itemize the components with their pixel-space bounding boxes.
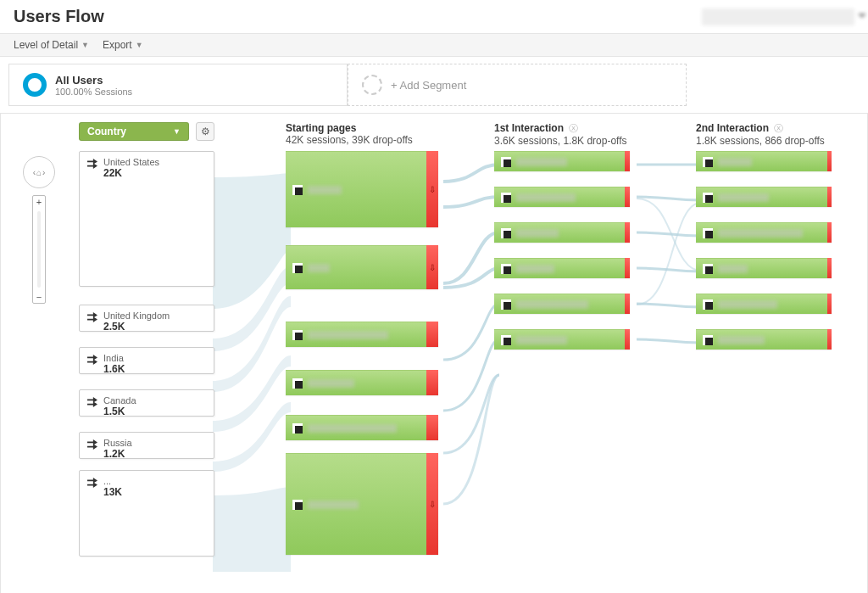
column-sub: 1.8K sessions, 866 drop-offs [696, 135, 825, 147]
page-icon [703, 335, 713, 345]
nav-controls: ‹ ⌂ › + − [23, 156, 55, 304]
source-value: 13K [86, 486, 207, 498]
export-dropdown[interactable]: Export ▼ [103, 39, 143, 51]
page-node[interactable] [696, 187, 832, 207]
page-icon [292, 500, 303, 510]
page-label-blur [516, 336, 567, 344]
remove-column-icon[interactable]: ⓧ [569, 123, 578, 133]
page-node[interactable] [494, 187, 630, 207]
export-label: Export [103, 39, 132, 51]
page-label-blur [516, 229, 559, 238]
source-node[interactable]: Canada 1.5K [79, 389, 214, 417]
page-node[interactable]: ⇩ [286, 151, 438, 227]
remove-column-icon[interactable]: ⓧ [774, 123, 783, 133]
level-of-detail-label: Level of Detail [14, 39, 78, 51]
segments-row: All Users 100.00% Sessions + Add Segment [0, 57, 868, 114]
column-title: 2nd Interaction [696, 122, 769, 134]
page-label-blur [516, 265, 554, 273]
add-segment-button[interactable]: + Add Segment [348, 64, 687, 106]
source-node[interactable]: India 1.6K [79, 347, 214, 374]
page-node[interactable] [494, 329, 630, 350]
flow-canvas[interactable]: ‹ ⌂ › + − Country ▼ ⚙ Starting pages 42K… [0, 114, 868, 593]
home-button[interactable]: ‹ ⌂ › [23, 156, 55, 188]
source-node[interactable]: United Kingdom 2.5K [79, 305, 214, 332]
page-icon [501, 264, 511, 274]
source-value: 22K [86, 167, 207, 179]
page-label-blur [308, 379, 354, 388]
flow-arrow-icon [86, 312, 98, 322]
page-icon [703, 264, 713, 274]
segment-card-all-users[interactable]: All Users 100.00% Sessions [8, 64, 348, 106]
gear-button[interactable]: ⚙ [196, 122, 214, 141]
page-label-blur [718, 265, 748, 273]
page-icon [292, 423, 303, 434]
source-value: 1.2K [86, 448, 207, 460]
source-label: Russia [86, 438, 207, 448]
page-label-blur [516, 158, 567, 166]
page-header: Users Flow [0, 0, 868, 34]
source-node[interactable]: Russia 1.2K [79, 432, 214, 459]
level-of-detail-dropdown[interactable]: Level of Detail ▼ [14, 39, 89, 51]
flow-arrow-icon [86, 478, 98, 488]
page-node[interactable] [696, 151, 832, 171]
page-icon [501, 157, 511, 167]
segment-title: All Users [55, 74, 132, 87]
page-node[interactable] [696, 294, 832, 314]
caret-down-icon: ▼ [81, 41, 89, 49]
page-node[interactable] [696, 329, 832, 350]
page-node[interactable] [696, 222, 832, 243]
page-label-blur [718, 158, 752, 166]
page-node[interactable] [494, 294, 630, 314]
segment-text: All Users 100.00% Sessions [55, 74, 132, 97]
page-node[interactable] [286, 322, 438, 347]
column-title: 1st Interaction [494, 122, 564, 134]
source-node[interactable]: United States 22K [79, 151, 214, 287]
home-icon: ⌂ [36, 168, 42, 177]
page-label-blur [718, 229, 803, 238]
page-node[interactable] [494, 151, 630, 171]
page-icon [703, 228, 713, 238]
flow-arrow-icon [86, 397, 98, 407]
page-node[interactable]: ⇩ [286, 453, 438, 555]
zoom-out-button[interactable]: − [33, 291, 45, 303]
source-value: 2.5K [86, 321, 207, 333]
page-node[interactable] [286, 415, 438, 440]
page-node[interactable] [494, 222, 630, 243]
column-header-int1: 1st Interactionⓧ 3.6K sessions, 1.8K dro… [494, 122, 627, 147]
source-label: United States [86, 157, 207, 167]
column-header-starting: Starting pages 42K sessions, 39K drop-of… [286, 122, 413, 146]
page-node[interactable] [494, 258, 630, 278]
add-segment-label: + Add Segment [391, 79, 466, 92]
page-label-blur [516, 193, 576, 202]
caret-down-icon: ▼ [136, 41, 143, 49]
source-node[interactable]: ... 13K [79, 470, 214, 557]
zoom-slider[interactable] [37, 211, 41, 288]
page-label-blur [718, 336, 765, 344]
chevron-right-icon: › [42, 168, 45, 177]
page-icon [703, 193, 713, 203]
page-icon [292, 378, 303, 389]
dropoff-icon: ⇩ [429, 500, 436, 509]
dotted-circle-icon [362, 75, 382, 95]
column-sub: 42K sessions, 39K drop-offs [286, 134, 413, 146]
page-label-blur [308, 424, 397, 433]
dropoff-icon: ⇩ [429, 263, 436, 272]
page-icon [292, 330, 303, 340]
page-node[interactable] [286, 370, 438, 395]
page-label-blur [718, 193, 769, 202]
page-icon [703, 157, 713, 167]
zoom-control: + − [32, 195, 46, 304]
zoom-in-button[interactable]: + [33, 196, 45, 208]
page-label-blur [308, 331, 388, 339]
page-icon [292, 263, 303, 273]
account-selector[interactable] [702, 8, 854, 25]
page-node[interactable] [696, 258, 832, 278]
source-label: Canada [86, 395, 207, 406]
source-label: India [86, 353, 207, 363]
page-label-blur [718, 300, 777, 309]
page-title: Users Flow [14, 7, 104, 26]
dimension-select[interactable]: Country ▼ [79, 122, 189, 141]
page-node[interactable]: ⇩ [286, 245, 438, 289]
flow-arrow-icon [86, 159, 98, 169]
toolbar: Level of Detail ▼ Export ▼ [0, 34, 868, 57]
